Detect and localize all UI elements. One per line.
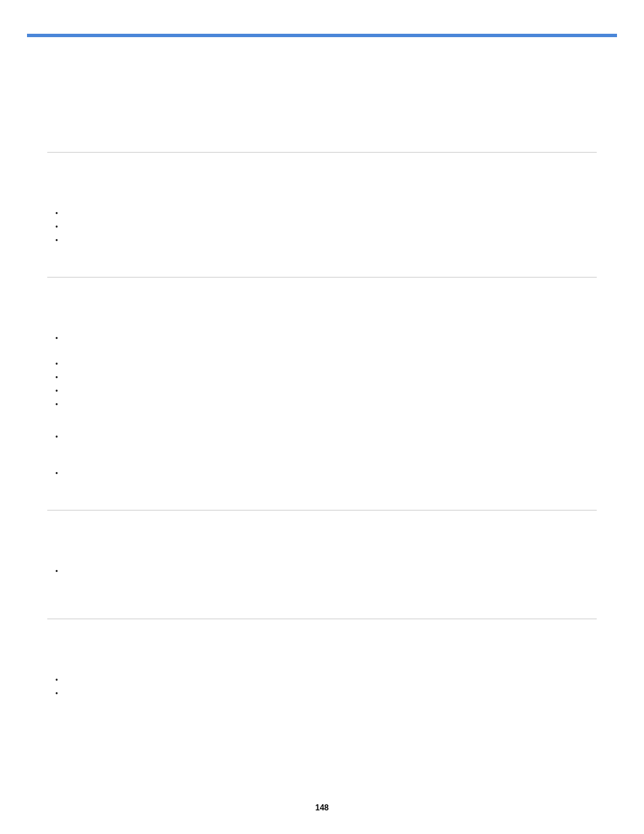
list-item <box>55 233 597 246</box>
list-item <box>55 686 597 700</box>
list-item <box>55 219 597 233</box>
section <box>47 170 597 278</box>
section <box>47 636 597 730</box>
section <box>47 527 597 619</box>
list-item <box>55 384 597 397</box>
bullet-list <box>47 673 597 700</box>
bullet-list <box>47 331 597 479</box>
bullet-list <box>47 564 597 577</box>
spacer <box>47 636 597 673</box>
list-item <box>55 331 597 344</box>
top-rule <box>27 34 617 37</box>
list-item <box>55 206 597 219</box>
list-item <box>55 564 597 577</box>
spacer <box>47 294 597 331</box>
spacer <box>47 700 597 713</box>
list-item <box>55 397 597 411</box>
bullet-list <box>47 206 597 246</box>
list-item <box>55 357 597 370</box>
page-content <box>27 98 617 730</box>
list-item <box>55 673 597 686</box>
list-item <box>55 370 597 384</box>
spacer <box>47 527 597 564</box>
section <box>47 294 597 511</box>
spacer <box>47 246 597 260</box>
spacer <box>47 170 597 206</box>
section <box>47 98 597 153</box>
spacer <box>47 479 597 493</box>
empty-block <box>47 98 597 135</box>
spacer <box>47 577 597 602</box>
list-item <box>55 429 597 443</box>
page-number: 148 <box>0 803 644 812</box>
list-item <box>55 466 597 479</box>
document-page: 148 <box>0 0 644 834</box>
